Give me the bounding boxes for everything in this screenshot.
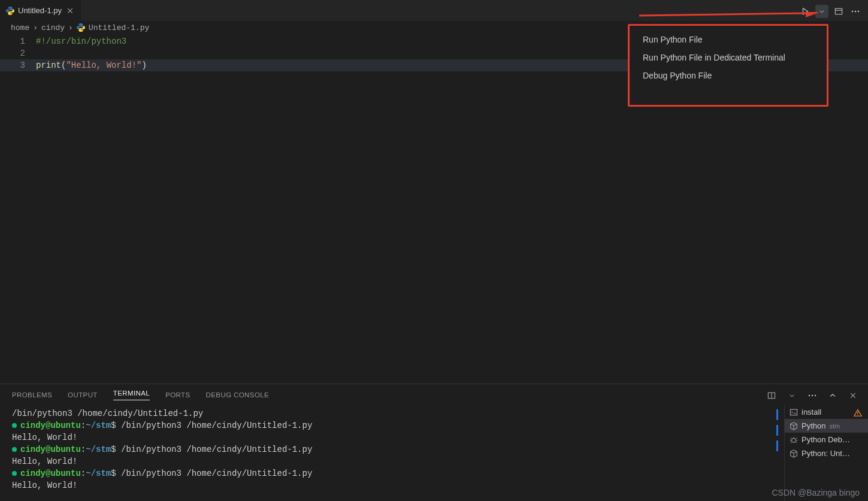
crumb-user[interactable]: cindy: [41, 23, 65, 32]
svg-point-10: [812, 395, 813, 396]
terminal-scroll-marks: [776, 409, 778, 454]
more-icon[interactable]: [806, 389, 819, 402]
panel-actions: [765, 389, 860, 402]
svg-point-3: [855, 11, 857, 13]
chevron-down-icon[interactable]: [785, 389, 799, 402]
close-panel-icon[interactable]: [846, 389, 860, 402]
svg-rect-0: [835, 8, 842, 14]
terminal-line: cindy@ubuntu:~/stm$ /bin/python3 /home/c…: [12, 467, 856, 479]
terminal-item-label: install: [802, 408, 821, 417]
chevron-up-icon[interactable]: [826, 389, 839, 402]
crumb-home[interactable]: home: [11, 23, 29, 32]
menu-item-run-python[interactable]: Run Python File: [630, 31, 827, 49]
terminal-line: Hello, World!: [12, 455, 856, 467]
chevron-right-icon: ›: [68, 23, 73, 32]
warning-icon[interactable]: [854, 409, 862, 419]
svg-point-9: [809, 395, 810, 396]
cube-icon: [790, 422, 798, 430]
menu-item-run-dedicated[interactable]: Run Python File in Dedicated Terminal: [630, 49, 827, 67]
terminal-item-note: stm: [829, 422, 840, 430]
menu-item-debug-python[interactable]: Debug Python File: [630, 67, 827, 84]
python-icon: [6, 7, 14, 15]
bottom-panel: PROBLEMS OUTPUT TERMINAL PORTS DEBUG CON…: [0, 384, 868, 501]
terminal-item-label: Python: [802, 421, 825, 430]
run-dropdown-button[interactable]: [815, 5, 828, 18]
svg-point-11: [815, 395, 816, 396]
split-terminal-icon[interactable]: [765, 389, 778, 402]
tab-ports[interactable]: PORTS: [165, 391, 190, 399]
panel-tabs: PROBLEMS OUTPUT TERMINAL PORTS DEBUG CON…: [0, 384, 868, 405]
tab-debug-console[interactable]: DEBUG CONSOLE: [206, 391, 270, 399]
crumb-file[interactable]: Untitled-1.py: [89, 23, 149, 32]
code-text: #!/usr/bin/python3: [36, 37, 126, 46]
svg-point-4: [858, 11, 860, 13]
terminal-icon: [790, 408, 798, 417]
run-dropdown-menu: Run Python File Run Python File in Dedic…: [628, 24, 828, 107]
tab-terminal[interactable]: TERMINAL: [113, 390, 150, 400]
run-icon[interactable]: [799, 5, 812, 18]
tab-title: Untitled-1.py: [18, 6, 62, 15]
watermark: CSDN @Bazinga bingo: [772, 488, 860, 497]
cube-icon: [790, 449, 798, 458]
terminal-item-python-unt[interactable]: Python: Unt…: [785, 446, 868, 460]
terminal-list: install Python stm Python Deb… Python: U…: [784, 405, 868, 501]
terminal-line: cindy@ubuntu:~/stm$ /bin/python3 /home/c…: [12, 443, 856, 455]
terminal-item-label: Python Deb…: [802, 435, 850, 444]
svg-point-2: [852, 11, 854, 13]
terminal-line: Hello, World!: [12, 431, 856, 443]
svg-point-13: [857, 415, 858, 415]
terminal-line: /bin/python3 /home/cindy/Untitled-1.py: [12, 408, 856, 419]
bug-icon: [790, 436, 798, 444]
svg-rect-14: [790, 409, 797, 415]
python-icon: [77, 23, 85, 32]
tab-problems[interactable]: PROBLEMS: [12, 391, 52, 399]
code-token-fn: print: [36, 61, 61, 70]
split-editor-icon[interactable]: [832, 5, 845, 18]
terminal-item-debug[interactable]: Python Deb…: [785, 433, 868, 446]
terminal-item-label: Python: Unt…: [802, 449, 850, 458]
terminal-item-python[interactable]: Python stm: [785, 419, 868, 433]
editor-actions: [799, 5, 862, 18]
close-icon[interactable]: [65, 6, 75, 16]
chevron-right-icon: ›: [33, 23, 38, 32]
terminal-line: Hello, World!: [12, 479, 856, 491]
svg-point-15: [792, 438, 796, 442]
terminal-output[interactable]: /bin/python3 /home/cindy/Untitled-1.py c…: [0, 405, 868, 494]
code-token-str: "Hello, World!": [66, 61, 141, 70]
editor-tab[interactable]: Untitled-1.py: [0, 0, 81, 21]
tab-bar: Untitled-1.py: [0, 0, 868, 21]
terminal-line: cindy@ubuntu:~/stm$ /bin/python3 /home/c…: [12, 419, 856, 431]
more-icon[interactable]: [849, 5, 862, 18]
tab-output[interactable]: OUTPUT: [68, 391, 98, 399]
